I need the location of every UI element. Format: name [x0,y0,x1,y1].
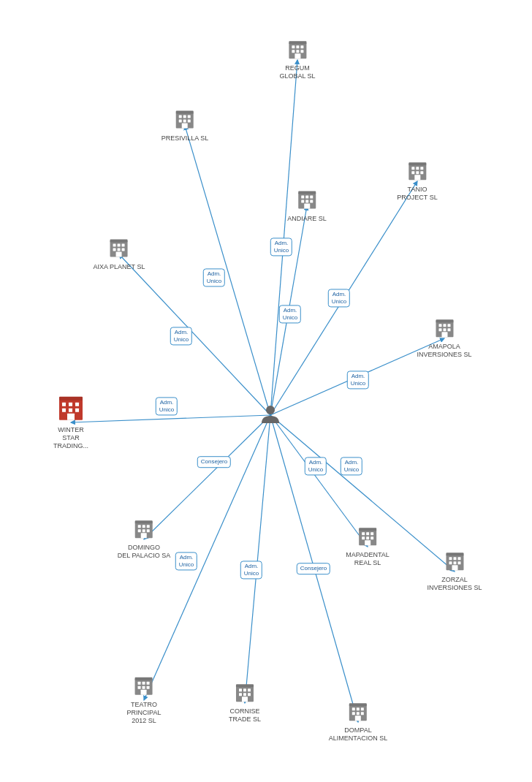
svg-line-2 [119,254,270,415]
svg-rect-117 [310,196,313,199]
svg-rect-60 [135,677,153,680]
company-node-dompal[interactable]: DOMPAL ALIMENTACION SL [329,702,387,743]
company-node-regum[interactable]: REGUM GLOBAL SL [279,39,315,80]
svg-rect-28 [179,120,182,123]
company-label-regum: REGUM GLOBAL SL [279,64,315,80]
svg-rect-39 [122,248,125,251]
svg-rect-52 [138,525,141,528]
svg-rect-27 [188,115,191,118]
svg-rect-15 [289,41,306,44]
svg-rect-79 [352,707,355,710]
svg-rect-102 [457,561,460,564]
company-node-aixa[interactable]: AIXA PLANET SL [94,238,145,271]
badge-tanio[interactable]: Adm. Unico [328,289,350,307]
svg-rect-81 [361,707,364,710]
badge-cornise[interactable]: Adm. Unico [240,561,262,579]
badge-aixa[interactable]: Adm. Unico [170,327,192,345]
company-label-winter: WINTER STAR TRADING... [53,426,88,449]
svg-rect-36 [122,244,125,247]
svg-rect-66 [147,686,150,689]
company-label-mapadental: MAPADENTAL REAL SL [346,551,390,567]
svg-rect-124 [411,167,414,170]
svg-rect-120 [310,200,313,203]
company-node-mapadental[interactable]: MAPADENTAL REAL SL [346,526,390,567]
badge-amapola[interactable]: Adm. Unico [347,371,369,389]
svg-rect-89 [366,532,369,535]
company-label-amapola: AMAPOLA INVERSIONES SL [417,343,471,359]
company-node-amapola[interactable]: AMAPOLA INVERSIONES SL [417,318,471,359]
svg-rect-125 [416,167,419,170]
company-node-teatro[interactable]: TEATRO PRINCIPAL 2012 SL [127,676,162,724]
svg-rect-24 [176,111,194,114]
svg-rect-25 [179,115,182,118]
svg-rect-83 [357,712,360,715]
svg-rect-130 [414,175,420,180]
svg-rect-48 [75,409,79,412]
svg-rect-35 [118,244,121,247]
svg-rect-57 [147,529,150,532]
svg-rect-43 [62,403,66,406]
company-label-presivilla: PRESIVILLA SL [162,134,209,143]
badge-mapadental[interactable]: Adm. Unico [305,457,327,475]
svg-rect-111 [447,328,450,331]
svg-rect-47 [69,409,72,412]
svg-rect-85 [355,715,361,721]
company-label-aixa: AIXA PLANET SL [94,263,145,271]
svg-rect-75 [248,693,251,696]
svg-rect-121 [304,204,310,209]
svg-line-1 [185,126,270,415]
svg-rect-123 [408,162,426,165]
badge-presivilla[interactable]: Adm. Unico [203,268,225,286]
svg-rect-44 [69,403,72,406]
svg-rect-51 [135,520,153,523]
svg-rect-98 [453,557,456,560]
company-node-domingo[interactable]: DOMINGO DEL PALACIO SA [118,519,171,560]
svg-rect-94 [365,540,370,545]
company-node-tanio[interactable]: TANIO PROJECT SL [397,161,437,202]
badge-mapadental2[interactable]: Adm. Unico [341,457,362,475]
svg-rect-69 [236,684,254,687]
company-node-zorzal[interactable]: ZORZAL INVERSIONES SL [427,551,482,592]
svg-rect-110 [443,328,446,331]
svg-rect-92 [366,536,369,539]
company-label-teatro: TEATRO PRINCIPAL 2012 SL [127,701,162,724]
svg-rect-62 [142,682,145,685]
svg-rect-109 [438,328,441,331]
svg-rect-97 [449,557,452,560]
svg-rect-96 [446,553,463,555]
badge-andiare[interactable]: Adm. Unico [279,305,301,323]
svg-rect-99 [457,557,460,560]
svg-line-6 [245,415,270,703]
company-node-andiare[interactable]: ANDIARE SL [287,190,327,223]
svg-rect-100 [449,561,452,564]
svg-rect-126 [420,167,423,170]
svg-rect-45 [75,403,79,406]
center-node[interactable] [259,403,282,428]
badge-andiare2[interactable]: Adm. Unico [270,238,292,256]
company-node-cornise[interactable]: CORNISE TRADE SL [229,683,261,724]
svg-rect-116 [305,196,308,199]
svg-rect-78 [349,703,367,706]
svg-rect-18 [300,45,303,48]
badge-domingo2[interactable]: Consejero [197,456,231,468]
svg-rect-82 [352,712,355,715]
badge-winter[interactable]: Adm. Unico [156,397,178,415]
svg-rect-63 [147,682,150,685]
svg-rect-76 [242,696,248,702]
svg-rect-112 [441,332,447,337]
svg-rect-56 [142,529,145,532]
svg-rect-42 [59,397,83,401]
svg-point-13 [266,406,275,414]
svg-rect-61 [138,682,141,685]
badge-mapadental3[interactable]: Consejero [297,563,330,574]
svg-rect-71 [243,688,246,691]
svg-rect-128 [416,171,419,174]
svg-rect-21 [300,50,303,53]
company-node-winter[interactable]: WINTER STAR TRADING... [53,395,88,449]
svg-rect-54 [147,525,150,528]
company-node-presivilla[interactable]: PRESIVILLA SL [162,110,209,143]
svg-rect-73 [239,693,242,696]
svg-rect-55 [138,529,141,532]
svg-rect-58 [141,533,147,538]
badge-domingo[interactable]: Adm. Unico [175,552,197,570]
